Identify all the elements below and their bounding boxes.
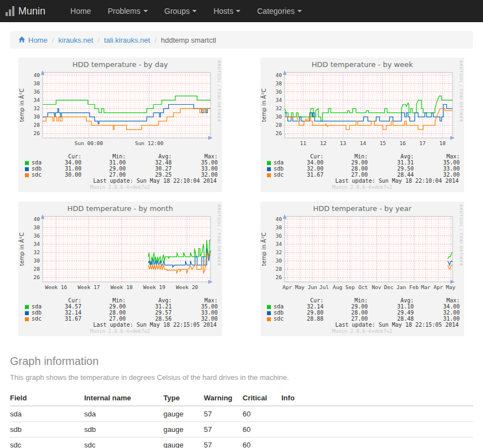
chevron-down-icon <box>143 10 148 12</box>
svg-text:13: 13 <box>340 140 346 146</box>
breadcrumb-label: kirauks.net <box>58 36 93 44</box>
chart-title: HDD temperature - by month <box>18 204 222 214</box>
svg-text:Feb: Feb <box>409 284 419 290</box>
breadcrumb-item-hddtemp-smartctl: hddtemp smartctl <box>161 36 217 44</box>
breadcrumb-item-home[interactable]: Home <box>18 35 48 44</box>
cell-warning: 57 <box>204 437 243 448</box>
svg-text:Sun 00:00: Sun 00:00 <box>75 140 104 146</box>
legend-value: 29.49 <box>368 310 414 316</box>
legend-swatch-sdb <box>25 167 29 171</box>
svg-text:26: 26 <box>276 130 282 136</box>
svg-text:36: 36 <box>34 233 40 239</box>
legend-value: 27.00 <box>81 172 126 178</box>
brand[interactable]: Munin <box>0 0 52 22</box>
legend-label: sdb <box>274 166 284 172</box>
rrdtool-watermark: RRDTOOL / TOBI OETIKER <box>459 204 463 266</box>
legend-swatch-sda <box>25 305 29 309</box>
legend-swatch-sdc <box>267 317 271 321</box>
chart-title: HDD temperature - by week <box>260 60 464 70</box>
svg-text:32: 32 <box>276 249 282 255</box>
legend-label: sdb <box>32 310 42 316</box>
svg-text:28: 28 <box>34 266 40 272</box>
svg-text:Jul: Jul <box>320 284 329 290</box>
chart-by-day[interactable]: RRDTOOL / TOBI OETIKERHDD temperature - … <box>18 58 222 192</box>
cell-field: sda <box>10 406 84 422</box>
chevron-down-icon <box>236 10 240 12</box>
chart-by-week[interactable]: RRDTOOL / TOBI OETIKERHDD temperature - … <box>260 58 464 192</box>
cell-info <box>281 437 473 448</box>
nav-item-label: Hosts <box>213 7 233 16</box>
svg-text:32: 32 <box>34 105 40 111</box>
rrdtool-watermark: RRDTOOL / TOBI OETIKER <box>217 204 221 266</box>
chart-by-year[interactable]: RRDTOOL / TOBI OETIKERHDD temperature - … <box>260 202 464 336</box>
graph-info-heading: Graph information <box>10 355 473 368</box>
legend-value: 32.00 <box>414 310 460 316</box>
svg-text:38: 38 <box>34 80 40 86</box>
home-icon <box>18 36 25 43</box>
legend-label: sdc <box>274 316 284 322</box>
legend-value: 34.00 <box>299 159 323 166</box>
column-header-critical: Critical <box>243 390 281 406</box>
cell-field: sdb <box>10 422 84 437</box>
svg-text:18: 18 <box>439 140 446 146</box>
graph-info-table: FieldInternal nameTypeWarningCriticalInf… <box>10 390 473 448</box>
svg-text:28: 28 <box>276 266 282 272</box>
legend-value: 32.48 <box>126 159 172 166</box>
svg-text:36: 36 <box>276 89 282 95</box>
svg-text:May: May <box>295 284 305 290</box>
column-header-field: Field <box>10 390 84 406</box>
cell-field: sdc <box>10 437 84 448</box>
svg-text:34: 34 <box>34 241 40 247</box>
breadcrumb-label: Home <box>28 36 48 44</box>
svg-text:40: 40 <box>34 72 40 78</box>
svg-text:Sep: Sep <box>346 284 355 290</box>
svg-text:36: 36 <box>34 89 40 95</box>
svg-text:30: 30 <box>34 258 40 264</box>
cell-critical: 60 <box>243 422 281 437</box>
legend-value: 29.00 <box>81 166 126 172</box>
legend-row-sdb: sdb29.8028.0029.4932.00 <box>265 310 460 316</box>
svg-text:34: 34 <box>276 241 282 247</box>
munin-version-watermark: Munin 2.0.6-4+deb7u2 <box>260 328 464 336</box>
legend-row-sdc: sdc31.6727.0028.5632.00 <box>23 316 218 322</box>
legend-row-sdb: sdb32.0028.0029.5033.00 <box>265 166 460 172</box>
legend-row-sdc: sdc30.0027.0029.2532.00 <box>23 172 218 178</box>
cell-critical: 60 <box>243 406 281 422</box>
chart-by-month[interactable]: RRDTOOL / TOBI OETIKERHDD temperature - … <box>18 202 222 336</box>
table-header-row: FieldInternal nameTypeWarningCriticalInf… <box>10 390 473 406</box>
svg-text:12: 12 <box>320 140 326 146</box>
breadcrumb-item-kirauks-net[interactable]: kirauks.net <box>58 36 93 44</box>
breadcrumb-separator: / <box>150 36 161 44</box>
chart-legend: Cur:Min:Avg:Max:sda34.0029.0031.3135.00s… <box>265 153 460 178</box>
legend-header: Avg: <box>368 153 414 159</box>
last-update: Last update: Sun May 18 22:15:05 2014 <box>18 322 222 328</box>
nav-item-categories[interactable]: Categories <box>249 0 310 22</box>
chevron-down-icon <box>192 10 197 12</box>
navbar: Munin HomeProblemsGroupsHostsCategories <box>0 0 483 22</box>
svg-text:38: 38 <box>276 80 282 86</box>
legend-value: 33.00 <box>414 166 460 172</box>
breadcrumb-item-tali-kirauks-net[interactable]: tali.kirauks.net <box>104 36 150 44</box>
nav-item-groups[interactable]: Groups <box>156 0 205 22</box>
legend-value: 27.00 <box>323 316 368 322</box>
legend-value: 27.00 <box>81 316 126 322</box>
legend-value: 33.00 <box>172 166 218 172</box>
legend-value: 35.00 <box>414 159 460 166</box>
table-row: sdbsdbgauge5760 <box>10 422 473 437</box>
legend-header: Cur: <box>299 153 323 159</box>
breadcrumb-label: tali.kirauks.net <box>104 36 150 44</box>
legend-value: 34.00 <box>57 159 81 166</box>
legend-label: sdc <box>32 316 42 322</box>
nav-item-hosts[interactable]: Hosts <box>205 0 249 22</box>
legend-value: 28.88 <box>299 316 323 322</box>
nav-item-problems[interactable]: Problems <box>99 0 156 22</box>
legend-header: Min: <box>81 153 126 159</box>
legend-row-sdb: sdb32.1428.0029.5733.00 <box>23 310 218 316</box>
svg-text:30: 30 <box>276 258 282 264</box>
legend-swatch-sdb <box>25 311 29 315</box>
nav-item-home[interactable]: Home <box>62 0 99 22</box>
legend-value: 31.67 <box>299 172 323 178</box>
cell-type: gauge <box>163 437 204 448</box>
svg-text:28: 28 <box>34 122 40 128</box>
column-header-internal-name: Internal name <box>84 390 163 406</box>
